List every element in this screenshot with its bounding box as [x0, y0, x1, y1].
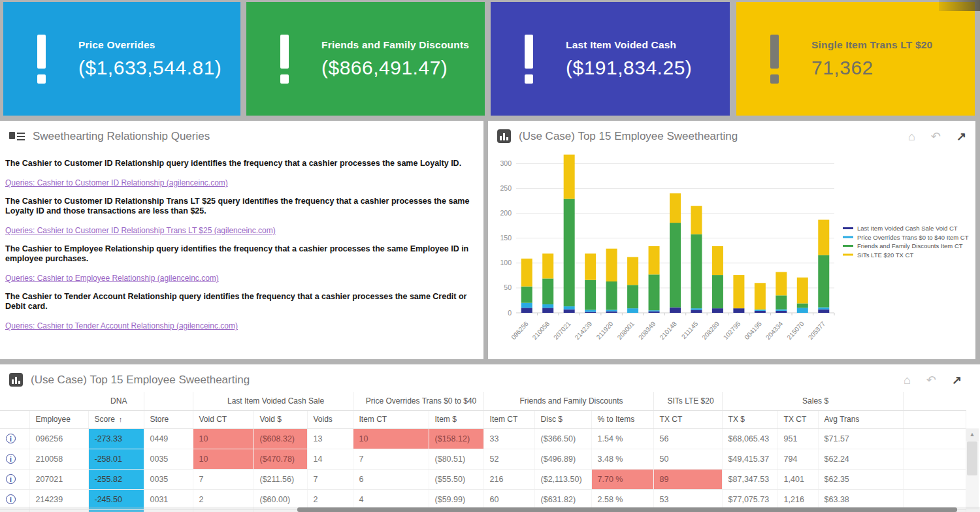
bar-segment[interactable] — [755, 310, 766, 311]
bar-segment[interactable] — [521, 287, 532, 303]
bar-segment[interactable] — [585, 280, 596, 310]
home-icon[interactable]: ⌂ — [904, 374, 911, 386]
bar-segment[interactable] — [797, 304, 808, 308]
undo-icon[interactable]: ↶ — [931, 131, 941, 142]
bar-segment[interactable] — [649, 274, 660, 310]
bar-segment[interactable] — [606, 310, 617, 311]
horizontal-scrollbar[interactable] — [0, 507, 980, 512]
bar-segment[interactable] — [818, 308, 829, 310]
bar-segment[interactable] — [542, 253, 553, 278]
column-header[interactable]: Voids — [307, 410, 353, 428]
table-cell: -258.01 — [88, 449, 144, 469]
bar-segment[interactable] — [776, 272, 787, 296]
bar-segment[interactable] — [797, 308, 808, 313]
bar-segment[interactable] — [521, 308, 532, 313]
column-header[interactable]: Disc $ — [534, 410, 591, 428]
kpi-card-1[interactable]: Price Overrides ($1,633,544.81) — [3, 2, 240, 116]
bar-segment[interactable] — [627, 285, 638, 308]
bar-segment[interactable] — [755, 310, 766, 310]
column-group-header: Price Overrides Trans $0 to $40 — [353, 392, 483, 410]
kpi-card-2[interactable]: Friends and Family Discounts ($866,491.4… — [246, 2, 485, 116]
bar-segment[interactable] — [712, 275, 723, 308]
bar-segment[interactable] — [606, 281, 617, 310]
scroll-up-button[interactable]: ▲ — [966, 428, 979, 441]
vertical-scrollbar-thumb[interactable] — [967, 441, 977, 475]
column-header[interactable]: Item $ — [429, 410, 483, 428]
vertical-scrollbar[interactable]: ▲ — [966, 428, 979, 509]
home-icon[interactable]: ⌂ — [908, 131, 915, 142]
bar-segment[interactable] — [585, 253, 596, 280]
bar-segment[interactable] — [606, 312, 617, 313]
bar-segment[interactable] — [649, 246, 660, 274]
info-icon[interactable]: i — [6, 454, 16, 464]
info-icon[interactable]: i — [6, 494, 16, 504]
undo-icon[interactable]: ↶ — [926, 374, 936, 386]
table-cell: ($80.51) — [429, 449, 483, 469]
expand-icon[interactable]: ↗ — [952, 374, 962, 386]
table-cell: 1,401 — [777, 469, 818, 489]
column-header[interactable]: TX CT — [777, 410, 818, 428]
column-header[interactable]: Item CT — [483, 410, 534, 428]
bar-segment[interactable] — [542, 308, 553, 313]
kpi-card-4[interactable]: Single Item Trans LT $20 71,362 — [736, 2, 975, 116]
bar-segment[interactable] — [712, 246, 723, 275]
bar-segment[interactable] — [670, 193, 681, 223]
bar-segment[interactable] — [797, 278, 808, 304]
bar-segment[interactable] — [776, 295, 787, 309]
query-link[interactable]: Queries: Cashier to Tender Account Relat… — [5, 321, 238, 330]
bar-segment[interactable] — [733, 308, 744, 313]
bar-segment[interactable] — [733, 275, 744, 308]
bar-segment[interactable] — [649, 312, 660, 313]
info-icon[interactable]: i — [6, 434, 16, 443]
bar-segment[interactable] — [691, 206, 702, 234]
bar-segment[interactable] — [606, 249, 617, 281]
expand-icon[interactable]: ↗ — [956, 131, 966, 142]
bar-segment[interactable] — [564, 155, 575, 199]
column-header[interactable]: Void $ — [253, 410, 307, 428]
corner-shadow-artifact — [939, 0, 980, 11]
bar-segment[interactable] — [755, 311, 766, 313]
bar-segment[interactable] — [585, 312, 596, 313]
bar-segment[interactable] — [776, 311, 787, 313]
bar-segment[interactable] — [521, 303, 532, 308]
query-link[interactable]: Queries: Cashier to Customer ID Relation… — [5, 226, 276, 235]
kpi-card-3[interactable]: Last Item Voided Cash ($191,834.25) — [491, 2, 730, 116]
column-header[interactable]: Item CT — [353, 410, 429, 428]
bar-segment[interactable] — [755, 283, 766, 309]
column-header[interactable]: % to Items — [591, 410, 653, 428]
bar-segment[interactable] — [691, 308, 702, 310]
bar-segment[interactable] — [818, 310, 829, 313]
bar-segment[interactable] — [649, 310, 660, 312]
bar-segment[interactable] — [564, 310, 575, 313]
column-header[interactable]: Avg Trans — [818, 410, 903, 428]
column-header[interactable]: Store — [144, 410, 193, 428]
column-header[interactable] — [0, 410, 29, 428]
bar-segment[interactable] — [564, 306, 575, 310]
column-header[interactable]: Void CT — [193, 410, 253, 428]
query-link[interactable]: Queries: Cashier to Customer ID Relation… — [5, 178, 228, 187]
info-icon[interactable]: i — [6, 474, 16, 484]
query-link[interactable]: Queries: Cashier to Employee Relationshi… — [5, 274, 219, 283]
bar-segment[interactable] — [670, 308, 681, 313]
bar-segment[interactable] — [691, 310, 702, 313]
bar-segment[interactable] — [585, 310, 596, 312]
bar-segment[interactable] — [776, 310, 787, 311]
bar-chart-icon — [497, 129, 511, 143]
column-header[interactable]: TX CT — [653, 410, 722, 428]
bar-segment[interactable] — [712, 308, 723, 313]
bar-segment[interactable] — [627, 308, 638, 313]
bar-segment[interactable] — [542, 278, 553, 304]
bar-segment[interactable] — [564, 199, 575, 307]
column-header[interactable] — [903, 410, 966, 428]
bar-segment[interactable] — [691, 234, 702, 309]
horizontal-scrollbar-thumb[interactable] — [297, 507, 957, 512]
bar-segment[interactable] — [542, 304, 553, 308]
column-header[interactable]: Score↑ — [88, 410, 144, 428]
bar-segment[interactable] — [818, 255, 829, 308]
bar-segment[interactable] — [670, 223, 681, 308]
bar-segment[interactable] — [818, 220, 829, 255]
column-header[interactable]: TX $ — [722, 410, 777, 428]
bar-segment[interactable] — [521, 259, 532, 287]
bar-segment[interactable] — [627, 257, 638, 285]
column-header[interactable]: Employee — [29, 410, 88, 428]
